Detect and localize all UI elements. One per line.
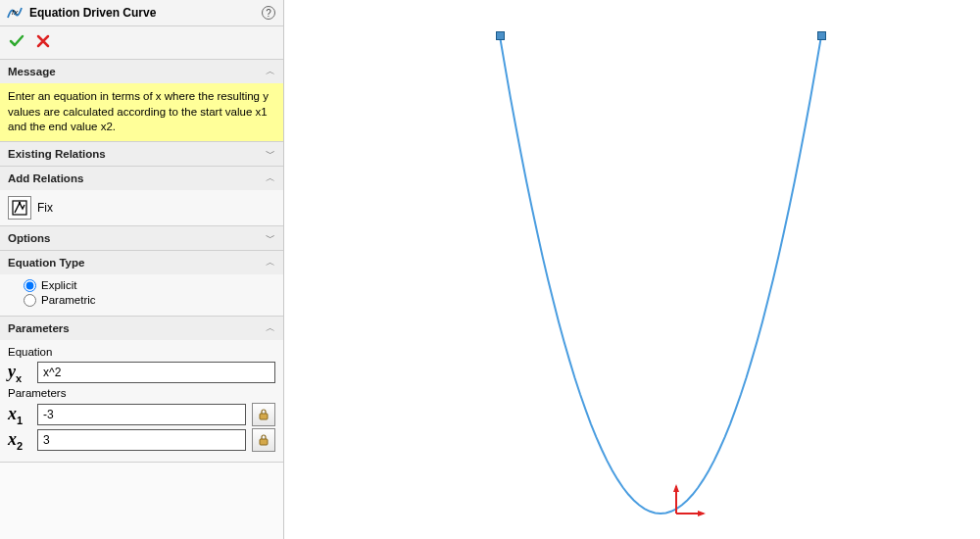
params-sublabel: Parameters (8, 385, 275, 401)
x2-symbol: x2 (8, 429, 31, 452)
x1-input[interactable] (37, 404, 246, 425)
svg-marker-6 (673, 484, 679, 492)
chevron-down-icon: ﹀ (266, 147, 275, 161)
add-relations-header[interactable]: Add Relations ︿ (0, 167, 283, 190)
parameters-header[interactable]: Parameters ︿ (0, 317, 283, 340)
confirm-icon[interactable] (8, 32, 25, 53)
fix-relation-button[interactable] (8, 196, 31, 220)
curve-plot (284, 0, 980, 539)
add-relations-section: Add Relations ︿ Fix (0, 167, 283, 226)
chevron-up-icon: ︿ (266, 256, 275, 270)
options-header[interactable]: Options ﹀ (0, 226, 283, 250)
x1-lock-button[interactable] (252, 403, 275, 426)
parameters-section: Parameters ︿ Equation yx Parameters x1 (0, 317, 283, 464)
equation-sublabel: Equation (8, 344, 275, 360)
curve-fx-icon: fx (6, 4, 24, 22)
message-header[interactable]: Message ︿ (0, 60, 283, 83)
panel-title: Equation Driven Curve (29, 6, 262, 20)
message-section: Message ︿ Enter an equation in terms of … (0, 60, 283, 142)
options-section: Options ﹀ (0, 226, 283, 251)
svg-text:fx: fx (12, 8, 19, 17)
help-icon[interactable]: ? (262, 6, 275, 20)
chevron-down-icon: ﹀ (266, 231, 275, 245)
curve-endpoint-left[interactable] (496, 31, 505, 40)
yx-symbol: yx (8, 362, 31, 384)
x2-input[interactable] (37, 429, 246, 451)
chevron-up-icon: ︿ (266, 321, 275, 335)
svg-marker-8 (698, 511, 706, 516)
chevron-up-icon: ︿ (266, 65, 275, 78)
explicit-radio[interactable]: Explicit (24, 278, 275, 293)
svg-point-2 (19, 201, 21, 203)
origin-triad-icon (673, 484, 706, 516)
equation-type-header[interactable]: Equation Type ︿ (0, 251, 283, 274)
x1-symbol: x1 (8, 404, 31, 426)
x2-lock-button[interactable] (252, 428, 275, 452)
graphics-viewport[interactable] (284, 0, 980, 539)
fix-label: Fix (37, 201, 53, 215)
action-row (0, 26, 283, 60)
curve-endpoint-right[interactable] (817, 31, 826, 40)
panel-header: fx Equation Driven Curve ? (0, 0, 283, 26)
equation-input[interactable] (37, 362, 275, 383)
svg-rect-3 (260, 414, 268, 419)
cancel-icon[interactable] (35, 33, 51, 52)
equation-type-section: Equation Type ︿ Explicit Parametric (0, 251, 283, 317)
svg-rect-4 (260, 439, 268, 445)
chevron-up-icon: ︿ (266, 172, 275, 185)
message-body: Enter an equation in terms of x where th… (0, 83, 283, 141)
property-panel: fx Equation Driven Curve ? Message ︿ Ent… (0, 0, 284, 539)
existing-relations-section: Existing Relations ﹀ (0, 142, 283, 167)
existing-relations-header[interactable]: Existing Relations ﹀ (0, 142, 283, 166)
parametric-radio[interactable]: Parametric (24, 293, 275, 308)
